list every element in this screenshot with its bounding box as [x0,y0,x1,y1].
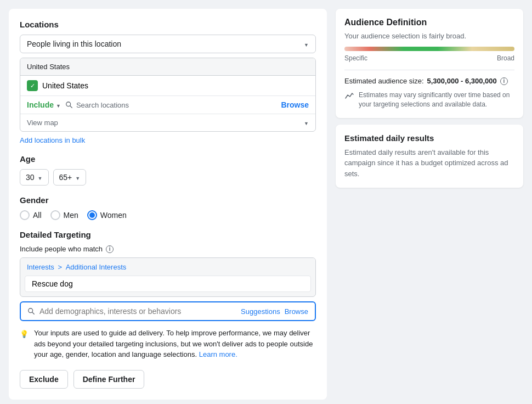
targeting-search-input[interactable] [39,307,236,316]
daily-results-card: Estimated daily results Estimated daily … [336,125,523,188]
gender-row: All Men Women [20,210,316,220]
location-type-value: People living in this location [27,40,121,48]
search-locations-placeholder: Search locations [76,101,129,109]
locations-title: Locations [20,20,316,29]
radio-all-circle [20,210,30,220]
audience-gauge-bar [344,47,514,51]
breadcrumb: Interests > Additional Interests [27,263,126,271]
chevron-down-icon [304,40,309,48]
age-min-value: 30 [26,173,35,182]
age-max-dropdown[interactable]: 65+ [53,169,87,186]
divider [344,70,514,70]
estimate-info-icon[interactable]: i [500,77,508,85]
include-row: Include Search locations Browse [20,96,315,114]
learn-more-link[interactable]: Learn more. [199,350,237,358]
detailed-targeting-title: Detailed Targeting [20,230,316,239]
search-targeting-row[interactable]: Suggestions Browse [20,301,316,321]
age-row: 30 65+ [20,169,316,186]
delivery-info-box: 💡 Your inputs are used to guide ad deliv… [20,328,316,360]
suggestions-button[interactable]: Suggestions [241,307,280,316]
location-box: United States ✓ United States Include Se… [20,58,316,132]
shield-icon: ✓ [27,80,38,91]
include-button[interactable]: Include [27,100,61,109]
right-panel: Audience Definition Your audience select… [336,9,523,400]
estimate-value: 5,300,000 - 6,300,000 [427,77,497,85]
audience-definition-title: Audience Definition [344,18,514,27]
info-icon[interactable]: i [106,245,114,253]
location-name: United States [42,81,88,90]
chevron-down-icon [304,119,309,127]
age-section: Age 30 65+ [20,154,316,186]
location-group-header: United States [20,58,315,76]
chart-icon [344,91,354,104]
age-min-dropdown[interactable]: 30 [20,169,49,186]
browse-targeting-button[interactable]: Browse [285,307,308,316]
interest-tag: Rescue dog [25,276,311,292]
exclude-button[interactable]: Exclude [20,370,68,389]
delivery-info-text: Your inputs are used to guide ad deliver… [34,328,316,360]
daily-results-title: Estimated daily results [344,133,514,143]
radio-women-circle [87,210,97,220]
browse-locations-button[interactable]: Browse [281,100,309,109]
search-icon [65,101,73,109]
bulb-icon: 💡 [20,329,29,340]
breadcrumb-interests-link[interactable]: Interests [27,263,54,271]
include-match-row: Include people who match i [20,245,316,253]
location-type-dropdown[interactable]: People living in this location [20,35,316,53]
add-bulk-link[interactable]: Add locations in bulk [20,136,85,144]
define-further-button[interactable]: Define Further [73,370,145,389]
search-locations-area[interactable]: Search locations [65,101,276,109]
action-row: Exclude Define Further [20,370,316,389]
breadcrumb-row: Interests > Additional Interests [20,258,315,276]
detailed-targeting-section: Detailed Targeting Include people who ma… [20,230,316,389]
audience-definition-card: Audience Definition Your audience select… [336,9,523,118]
gender-men-option[interactable]: Men [50,210,78,220]
gender-title: Gender [20,195,316,205]
gauge-broad-label: Broad [497,54,514,62]
age-max-value: 65+ [59,173,72,182]
age-title: Age [20,154,316,164]
gender-section: Gender All Men Women [20,195,316,220]
gauge-specific-label: Specific [344,54,367,62]
daily-results-text: Estimated daily results aren't available… [344,147,514,179]
left-panel: Locations People living in this location… [9,9,327,400]
search-icon [27,307,35,315]
svg-line-3 [32,312,35,315]
breadcrumb-additional-interests-link[interactable]: Additional Interests [66,263,127,271]
estimate-note-text: Estimates may vary significantly over ti… [359,91,514,109]
view-map-label: View map [27,119,58,127]
estimate-label: Estimated audience size: [344,77,424,85]
view-map-row[interactable]: View map [20,114,315,131]
estimate-row: Estimated audience size: 5,300,000 - 6,3… [344,77,514,85]
gauge-labels: Specific Broad [344,54,514,62]
chevron-down-icon [56,100,61,109]
include-match-label: Include people who match [20,245,103,253]
gender-women-label: Women [100,211,127,220]
include-label: Include [27,100,54,109]
gender-women-option[interactable]: Women [87,210,127,220]
chevron-down-icon [38,173,43,182]
gender-all-label: All [33,211,42,220]
svg-line-1 [70,106,72,108]
breadcrumb-separator: > [58,263,64,271]
gender-men-label: Men [64,211,78,220]
gender-all-option[interactable]: All [20,210,42,220]
chevron-down-icon [75,173,80,182]
targeting-box: Interests > Additional Interests Rescue … [20,257,316,297]
radio-men-circle [50,210,60,220]
location-item: ✓ United States [20,76,315,96]
estimate-note: Estimates may vary significantly over ti… [344,91,514,109]
audience-subtitle: Your audience selection is fairly broad. [344,32,514,40]
interest-tag-value: Rescue dog [32,279,73,288]
